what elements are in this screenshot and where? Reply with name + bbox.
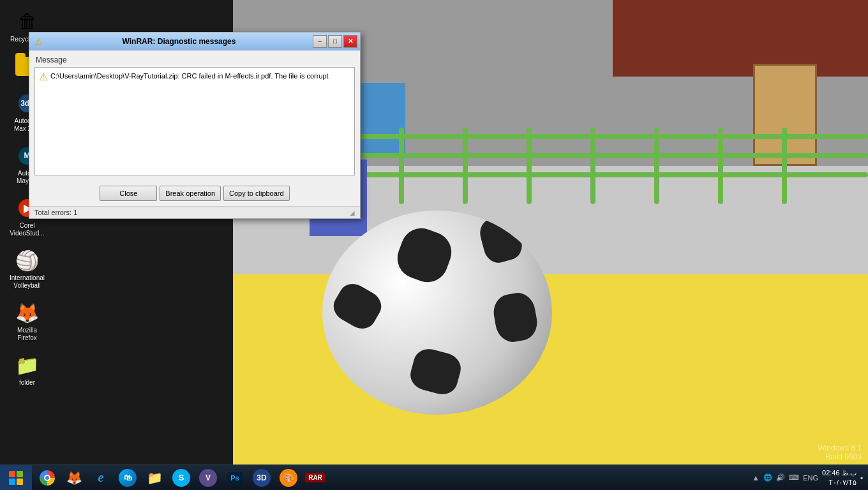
- message-area[interactable]: ⚠ C:\Users\amin\Desktop\V-RayTutorial.zi…: [34, 67, 355, 175]
- soccer-ball: [322, 211, 552, 415]
- logo-q1: [9, 471, 15, 477]
- app1-icon: V: [199, 469, 217, 487]
- fence-pipe-vertical-5: [527, 128, 532, 204]
- taskbar-chrome[interactable]: [34, 465, 60, 491]
- winrar-dialog: ⚠ WinRAR: Diagnostic messages – □ ✕ Mess…: [29, 32, 361, 219]
- warning-icon: ⚠: [39, 71, 48, 83]
- taskbar-clock[interactable]: 02:46 ب.ظ T۰/۰۷/T۵: [822, 468, 857, 487]
- network-icon: 🌐: [763, 473, 772, 482]
- dialog-title: WinRAR: Diagnostic messages: [45, 37, 313, 46]
- tray-expand-icon[interactable]: ▲: [752, 473, 760, 482]
- fence-pipe-vertical-7: [654, 128, 659, 204]
- taskbar-app2[interactable]: 3D: [249, 465, 274, 491]
- dialog-buttons-row: Close Break operation Copy to clipboard: [29, 181, 360, 206]
- taskbar-firefox[interactable]: 🦊: [61, 465, 87, 491]
- mozilla-firefox-image: 🦊: [15, 300, 40, 325]
- dialog-status-bar: Total errors: 1 ◢: [29, 206, 360, 218]
- show-desktop-button[interactable]: ▪: [860, 473, 863, 482]
- dialog-titlebar: ⚠ WinRAR: Diagnostic messages – □ ✕: [29, 33, 360, 50]
- volume-icon: 🔊: [776, 473, 785, 482]
- minimize-button[interactable]: –: [313, 35, 327, 48]
- total-errors-label: Total errors: 1: [34, 209, 77, 216]
- fence-pipe-vertical-3: [399, 128, 404, 204]
- dialog-close-button[interactable]: ✕: [343, 35, 357, 48]
- taskbar-paint[interactable]: 🎨: [276, 465, 301, 491]
- windows-build: Build 9600: [818, 452, 862, 461]
- taskbar-winrar[interactable]: RAR: [303, 465, 328, 491]
- skype-icon: S: [172, 469, 190, 487]
- explorer-icon: 📁: [147, 470, 163, 486]
- message-header: Message: [34, 56, 355, 64]
- windows-logo: [9, 471, 23, 485]
- taskbar-skype[interactable]: S: [168, 465, 194, 491]
- resize-handle: ◢: [350, 209, 355, 216]
- taskbar: 🦊 e 🛍 📁 S V Ps: [0, 464, 868, 490]
- bottom-folder-image: 📁: [15, 352, 40, 378]
- corel-videostudio-label: CorelVideoStud...: [10, 222, 44, 237]
- paint-icon: 🎨: [280, 469, 297, 487]
- bottom-folder-label: folder: [19, 379, 35, 387]
- dialog-content: Message ⚠ C:\Users\amin\Desktop\V-RayTut…: [29, 50, 360, 181]
- maximize-button[interactable]: □: [328, 35, 342, 48]
- logo-q4: [17, 479, 23, 485]
- fence-pipe-vertical-6: [590, 128, 595, 204]
- language-indicator[interactable]: ENG: [803, 474, 818, 482]
- break-operation-button[interactable]: Break operation: [160, 186, 221, 201]
- roof: [613, 0, 868, 77]
- store-icon: 🛍: [119, 469, 137, 487]
- mozilla-firefox-icon[interactable]: 🦊 MozillaFirefox: [3, 297, 51, 345]
- clock-time: 02:46 ب.ظ: [822, 468, 857, 477]
- taskbar-icons-row: 🦊 e 🛍 📁 S V Ps: [32, 465, 747, 491]
- keyboard-icon: ⌨: [789, 473, 799, 482]
- taskbar-app1[interactable]: V: [195, 465, 221, 491]
- international-volleyball-image: 🏐: [15, 248, 40, 273]
- fence-pipe-vertical-4: [463, 128, 468, 204]
- close-button[interactable]: Close: [100, 186, 157, 201]
- recycle-bin-image: 🗑: [15, 9, 40, 34]
- winrar-icon: RAR: [305, 473, 326, 482]
- international-volleyball-label: InternationalVolleyball: [10, 274, 45, 290]
- windows-watermark: Windows 8.1 Build 9600: [818, 443, 862, 461]
- fence-pipe-vertical-9: [782, 128, 787, 204]
- app2-icon: 3D: [253, 469, 271, 487]
- taskbar-ie[interactable]: e: [88, 465, 114, 491]
- taskbar-right: ▲ 🌐 🔊 ⌨ ENG 02:46 ب.ظ T۰/۰۷/T۵ ▪: [747, 468, 868, 487]
- bottom-folder-icon[interactable]: 📁 folder: [3, 350, 51, 389]
- photoshop-icon: Ps: [227, 472, 242, 484]
- taskbar-store[interactable]: 🛍: [115, 465, 140, 491]
- titlebar-warning-icon: ⚠: [34, 36, 43, 47]
- message-row: ⚠ C:\Users\amin\Desktop\V-RayTutorial.zi…: [39, 71, 350, 83]
- international-volleyball-icon[interactable]: 🏐 InternationalVolleyball: [3, 245, 51, 292]
- message-text: C:\Users\amin\Desktop\V-RayTutorial.zip:…: [50, 71, 329, 81]
- taskbar-explorer[interactable]: 📁: [142, 465, 167, 491]
- mozilla-firefox-label: MozillaFirefox: [17, 327, 37, 342]
- windows-version: Windows 8.1: [818, 443, 862, 452]
- firefox-icon: 🦊: [66, 470, 82, 486]
- taskbar-photoshop[interactable]: Ps: [222, 465, 248, 491]
- fence-pipe-vertical-8: [718, 128, 723, 204]
- copy-to-clipboard-button[interactable]: Copy to clipboard: [223, 186, 290, 201]
- logo-q2: [17, 471, 23, 477]
- dialog-controls: – □ ✕: [313, 35, 357, 48]
- logo-q3: [9, 479, 15, 485]
- chrome-icon: [40, 470, 55, 486]
- ie-icon: e: [98, 470, 104, 485]
- start-button[interactable]: [0, 465, 32, 491]
- desktop: 🗑 Recycle Bin 3ds Autode...Max 20... M: [0, 0, 868, 490]
- clock-date: T۰/۰۷/T۵: [822, 478, 857, 487]
